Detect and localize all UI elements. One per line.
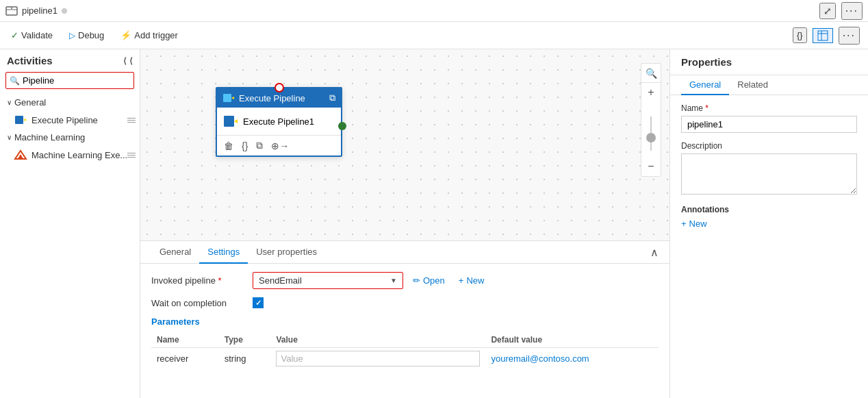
activity-node[interactable]: Execute Pipeline ⧉ Execute Pipeline1 🗑: [216, 87, 342, 157]
more-toolbar-button[interactable]: ···: [839, 27, 860, 45]
node-body: Execute Pipeline1: [217, 108, 341, 135]
category-ml-label: Machine Learning: [14, 132, 85, 142]
sidebar-title: Activities: [7, 55, 53, 66]
node-body-icon: [222, 113, 239, 129]
trigger-icon: ⚡: [120, 30, 131, 40]
tab-general[interactable]: General: [151, 241, 199, 264]
toolbar-right: {} ···: [793, 27, 860, 45]
zoom-controls: 🔍 + −: [641, 63, 661, 177]
required-marker: *: [218, 275, 222, 286]
title-bar: pipeline1 ⤢ ···: [0, 0, 868, 22]
param-value-input[interactable]: [276, 351, 480, 366]
collapse-panel-button[interactable]: ∧: [650, 246, 659, 259]
code-view-button[interactable]: {}: [793, 27, 807, 43]
open-new-tab-icon[interactable]: ⧉: [329, 92, 335, 103]
node-footer: 🗑 {} ⧉ ⊕→: [217, 135, 341, 156]
toolbar-left: ✓ Validate ▷ Debug ⚡ Add trigger: [8, 29, 181, 42]
svg-point-2: [11, 8, 12, 9]
param-name: receiver: [151, 348, 219, 370]
chevron-ml: ∨: [7, 134, 12, 141]
activity-ml-execute[interactable]: Machine Learning Exe...: [0, 145, 140, 164]
category-ml[interactable]: ∨ Machine Learning: [0, 129, 140, 145]
prop-name-input[interactable]: [681, 116, 857, 133]
svg-marker-11: [231, 97, 234, 99]
delete-node-button[interactable]: 🗑: [222, 139, 235, 153]
param-type: string: [219, 348, 271, 370]
zoom-in-button[interactable]: +: [641, 83, 661, 102]
tab-settings[interactable]: Settings: [199, 241, 248, 264]
execute-pipeline-label: Execute Pipeline: [31, 115, 133, 125]
validate-icon: ✓: [11, 30, 18, 40]
table-view-button[interactable]: [813, 28, 833, 43]
debug-label: Debug: [78, 30, 104, 40]
plus-new-icon: +: [459, 275, 464, 286]
svg-rect-12: [224, 116, 234, 127]
annotations-title: Annotations: [681, 205, 857, 214]
collapse-icon2[interactable]: ⟨: [129, 56, 133, 66]
node-top-connector: [275, 83, 284, 92]
dropdown-value: SendEmail: [259, 275, 302, 286]
svg-rect-6: [15, 116, 23, 124]
new-pipeline-button[interactable]: + New: [455, 274, 489, 287]
bottom-panel: General Settings User properties ∧ Invok…: [140, 240, 669, 398]
open-label: Open: [423, 275, 445, 286]
node-body-label: Execute Pipeline1: [243, 116, 314, 127]
tab-user-properties[interactable]: User properties: [248, 241, 325, 264]
svg-rect-10: [223, 94, 231, 102]
canvas: Execute Pipeline ⧉ Execute Pipeline1 🗑: [140, 49, 669, 240]
search-input[interactable]: [5, 72, 134, 89]
annotations-section: Annotations + New: [681, 205, 857, 229]
title-bar-left: pipeline1: [5, 5, 67, 17]
props-tab-general[interactable]: General: [681, 75, 729, 95]
checkmark-icon: ✓: [255, 299, 261, 308]
activity-execute-pipeline[interactable]: Execute Pipeline: [0, 110, 140, 129]
prop-description-input[interactable]: [681, 153, 857, 195]
more-options-button[interactable]: ···: [841, 2, 863, 20]
invoked-pipeline-dropdown[interactable]: SendEmail ▼: [253, 272, 403, 289]
copy-node-button[interactable]: ⧉: [255, 138, 264, 153]
param-default-cell: youremail@contoso.com: [485, 348, 659, 370]
wait-completion-checkbox[interactable]: ✓: [253, 297, 264, 308]
code-node-button[interactable]: {}: [240, 139, 249, 153]
activities-sidebar: Activities ⟨ ⟨ 🔍 ∨ General Execute Pipel…: [0, 49, 140, 398]
search-icon: 🔍: [10, 76, 20, 86]
open-pipeline-button[interactable]: ✏ Open: [409, 274, 449, 287]
add-annotation-button[interactable]: + New: [681, 219, 857, 229]
main-toolbar: ✓ Validate ▷ Debug ⚡ Add trigger {} ···: [0, 22, 868, 49]
debug-button[interactable]: ▷ Debug: [66, 29, 107, 42]
node-header-label: Execute Pipeline: [239, 93, 305, 103]
sidebar-header: Activities ⟨ ⟨: [0, 49, 140, 72]
add-activity-button[interactable]: ⊕→: [270, 139, 290, 153]
invoked-pipeline-select-group: SendEmail ▼ ✏ Open + New: [253, 272, 488, 289]
pipeline-tab-name: pipeline1: [22, 5, 58, 16]
svg-rect-3: [818, 31, 828, 40]
validate-button[interactable]: ✓ Validate: [8, 29, 55, 42]
zoom-out-button[interactable]: −: [641, 157, 661, 176]
plus-annotation-icon: +: [681, 219, 687, 229]
props-tab-related[interactable]: Related: [729, 75, 776, 95]
properties-content: Name * Description Annotations + New: [670, 95, 868, 237]
svg-marker-9: [18, 154, 23, 159]
pipeline-tab-icon: [5, 5, 18, 17]
new-label: New: [466, 275, 484, 286]
debug-icon: ▷: [69, 31, 75, 40]
chevron-general: ∨: [7, 99, 12, 106]
node-right-connector: [338, 122, 346, 130]
add-trigger-button[interactable]: ⚡ Add trigger: [118, 29, 181, 42]
collapse-icon[interactable]: ⟨: [123, 56, 127, 66]
category-general-label: General: [14, 97, 46, 108]
category-general[interactable]: ∨ General: [0, 95, 140, 110]
table-icon: [817, 30, 828, 41]
canvas-search-button[interactable]: 🔍: [641, 64, 661, 83]
prop-description-field: Description: [681, 141, 857, 197]
search-container: 🔍: [5, 72, 134, 89]
bottom-tabs: General Settings User properties ∧: [140, 241, 669, 264]
add-annotation-label: New: [689, 219, 707, 229]
expand-button[interactable]: ⤢: [819, 3, 836, 19]
parameters-section: Parameters Name Type Value Default value: [151, 316, 659, 369]
parameters-table: Name Type Value Default value receiver s…: [151, 332, 659, 369]
zoom-thumb[interactable]: [646, 133, 656, 142]
zoom-slider[interactable]: [643, 102, 659, 157]
unsaved-dot: [62, 8, 67, 14]
wait-completion-row: Wait on completion ✓: [151, 297, 659, 308]
